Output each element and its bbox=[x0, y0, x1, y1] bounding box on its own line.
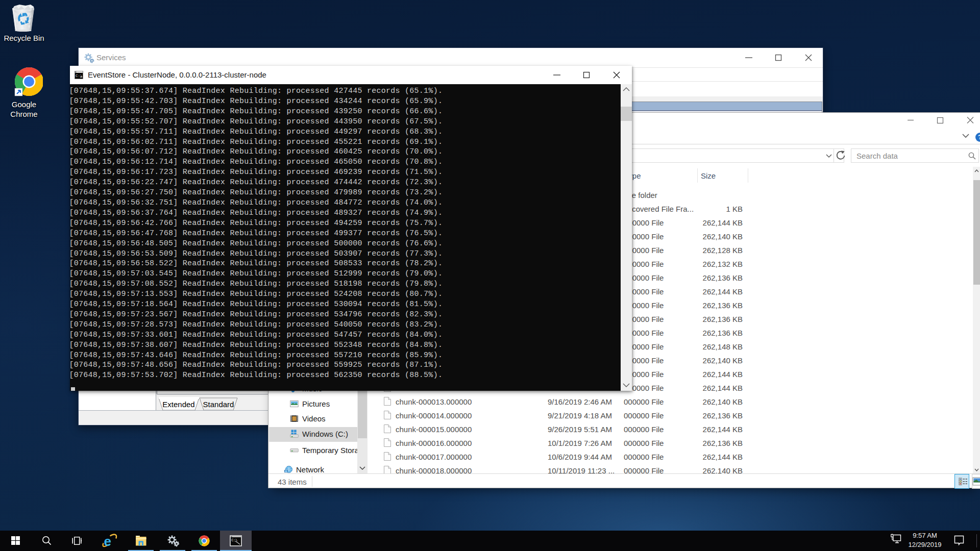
svg-text:Standard: Standard bbox=[203, 400, 234, 409]
svg-text:C:\: C:\ bbox=[231, 538, 237, 542]
svg-text:Extended: Extended bbox=[162, 400, 194, 409]
svg-text:e: e bbox=[104, 534, 111, 548]
